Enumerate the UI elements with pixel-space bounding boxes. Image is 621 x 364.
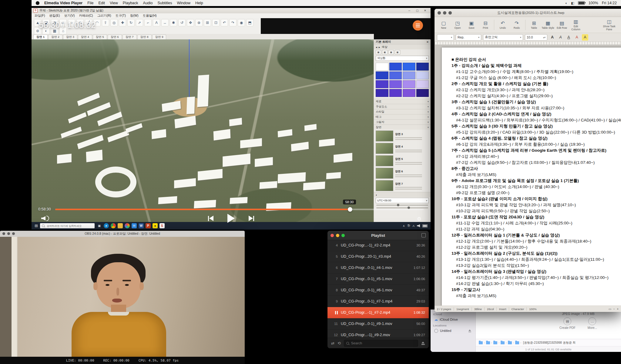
tray-section[interactable]: 재료▾: [374, 99, 431, 104]
sidebar-item-untitled-disk[interactable]: Untitled: [433, 328, 473, 334]
print-button[interactable]: ⊟Print: [479, 20, 492, 29]
tray-section[interactable]: 스타일▾: [374, 109, 431, 114]
window-close-button[interactable]: ✕: [421, 8, 429, 13]
color-swatch[interactable]: [416, 63, 429, 71]
shadow-time-slider[interactable]: [374, 204, 431, 207]
underline-button[interactable]: A: [566, 34, 572, 41]
color-swatch[interactable]: [389, 89, 402, 97]
pan-icon[interactable]: ✥: [187, 19, 194, 26]
font-family-combo[interactable]: 휴먼고딕▾: [483, 34, 523, 41]
save-button[interactable]: ▣Save: [465, 20, 478, 29]
path-folder-icon[interactable]: [501, 341, 505, 344]
menu-playback[interactable]: Playback: [123, 1, 138, 5]
quick-action-more[interactable]: …More...: [588, 317, 597, 329]
video-surface[interactable]: [32, 39, 374, 222]
player-settings-button[interactable]: ⚙: [417, 216, 421, 222]
slider-knob[interactable]: [397, 204, 399, 206]
zoom-out-button[interactable]: −: [613, 307, 615, 311]
ime-indicator[interactable]: 한: [407, 224, 410, 228]
color-swatch[interactable]: [389, 80, 402, 88]
quick-action-create-pdf[interactable]: ▤Create PDF: [559, 317, 576, 329]
slider-track[interactable]: [376, 205, 428, 206]
zoom-in-button[interactable]: +: [617, 307, 619, 311]
path-folder-icon[interactable]: [515, 341, 519, 344]
color-swatch[interactable]: [389, 71, 402, 79]
color-collection-dropdown[interactable]: 색상환 ▾: [376, 56, 429, 61]
sketchup-menu-item[interactable]: 보기(V): [64, 14, 75, 18]
text-icon[interactable]: A: [153, 19, 160, 26]
playlist-row[interactable]: UD_CG-Progr...-1)_#7-2.mp41:08:32: [327, 307, 429, 318]
word-icon[interactable]: W: [139, 223, 144, 228]
playlist-row[interactable]: 4UD_CG-Progr...-1)_#2-2.mp430:36: [327, 240, 429, 251]
font-size-stepper[interactable]: 10.0▴▾: [525, 34, 547, 41]
sketchup-menu-item[interactable]: 도움말(H): [143, 14, 156, 18]
section-plane-icon[interactable]: ⬒: [246, 19, 253, 26]
shadow-timezone-dropdown[interactable]: UTC+09:00 ▾: [376, 198, 429, 203]
file-explorer-icon[interactable]: [118, 223, 123, 228]
repeat-icon[interactable]: ⟲: [337, 341, 341, 346]
taskbar-search-box[interactable]: [40, 223, 95, 228]
playlist-row[interactable]: 6UD_CG-Progr...0-1)_#4-1.mov1:07:12: [327, 262, 429, 273]
powerpoint-icon[interactable]: P: [146, 223, 151, 228]
redo-button[interactable]: ↷Redo: [510, 20, 523, 29]
kakaotalk-icon[interactable]: ●: [153, 223, 158, 228]
taskbar-search-input[interactable]: [46, 224, 93, 228]
playlist-row[interactable]: 9UD_CG-Progr...0-1)_#7-1.mp429:03: [327, 296, 429, 307]
color-swatch[interactable]: [403, 80, 415, 88]
path-folder-icon[interactable]: [508, 341, 512, 344]
sketchup-menu-item[interactable]: 편집(E): [49, 14, 60, 18]
color-swatch[interactable]: [416, 89, 429, 97]
previous-track-button[interactable]: [208, 216, 213, 221]
color-swatch[interactable]: [416, 71, 429, 79]
obs-webcam-preview[interactable]: [0, 237, 245, 357]
color-swatch[interactable]: [416, 80, 429, 88]
sketchup-menu-item[interactable]: 카메라(C): [79, 14, 93, 18]
seek-knob[interactable]: [348, 207, 352, 212]
playlist-row[interactable]: 5UD_CG-Progr...20-1)_#3.mp440:26: [327, 251, 429, 262]
color-swatch[interactable]: [403, 89, 415, 97]
scale-icon[interactable]: ⇗: [136, 19, 143, 26]
dimension-icon[interactable]: ↔: [161, 19, 169, 26]
new-button[interactable]: ▢New: [437, 20, 450, 29]
table-style-button[interactable]: ▦Table Style: [541, 20, 555, 29]
apple-menu-icon[interactable]: [36, 1, 39, 5]
edit-row-button[interactable]: ▤Edit Row: [555, 20, 569, 29]
scene-list-item[interactable]: 장면 3: [376, 131, 429, 141]
task-view-icon[interactable]: ▣: [97, 223, 102, 228]
next-track-button[interactable]: [249, 216, 254, 221]
edit-column-button[interactable]: ▥Edit Column: [569, 19, 582, 31]
menu-file[interactable]: File: [87, 1, 93, 5]
playlist-toggle-button[interactable]: [413, 20, 423, 31]
playlist-title-bar[interactable]: Playlist: [327, 231, 429, 240]
color-swatch[interactable]: [389, 63, 402, 71]
tray-close-icon[interactable]: ✕: [426, 40, 429, 44]
tray-section[interactable]: 구성요소▾: [374, 104, 431, 109]
orbit-icon[interactable]: ↺: [178, 19, 186, 26]
zoom-extents-icon[interactable]: ⊡: [212, 19, 220, 26]
scene-list-item[interactable]: 장면 5: [376, 155, 429, 166]
chrome-icon[interactable]: [111, 223, 116, 228]
detach-playlist-icon[interactable]: [421, 233, 426, 237]
tape-measure-icon[interactable]: ⌐: [144, 19, 152, 26]
color-swatch[interactable]: [376, 89, 388, 97]
sidebar-item-icloud-drive[interactable]: ☁ iCloud Drive: [433, 316, 473, 323]
color-swatch[interactable]: [376, 63, 388, 71]
active-app-menu[interactable]: Elmedia Video Player: [44, 1, 82, 5]
mail-icon[interactable]: ✉: [132, 223, 137, 228]
font-color-button[interactable]: A: [574, 34, 580, 41]
path-folder-icon[interactable]: [479, 341, 483, 344]
show-task-pane-button[interactable]: ◫Show Task Pane: [600, 19, 619, 31]
window-minimize-button[interactable]: ─: [406, 8, 413, 13]
scene-list-item[interactable]: 장면 7: [376, 180, 429, 191]
rotate-icon[interactable]: ↻: [127, 19, 135, 26]
outline-level-combo[interactable]: ▾: [437, 34, 454, 41]
control-center-icon[interactable]: ◧: [571, 1, 574, 5]
edge-icon[interactable]: e: [104, 223, 109, 228]
path-folder-icon[interactable]: [493, 341, 497, 344]
color-mode-hsb-icon[interactable]: ▣: [388, 50, 394, 55]
color-swatch[interactable]: [403, 71, 415, 79]
window-maximize-button[interactable]: ▢: [414, 8, 421, 13]
menu-view[interactable]: View: [110, 1, 118, 5]
battery-icon[interactable]: [578, 1, 585, 5]
menu-audio[interactable]: Audio: [143, 1, 153, 5]
